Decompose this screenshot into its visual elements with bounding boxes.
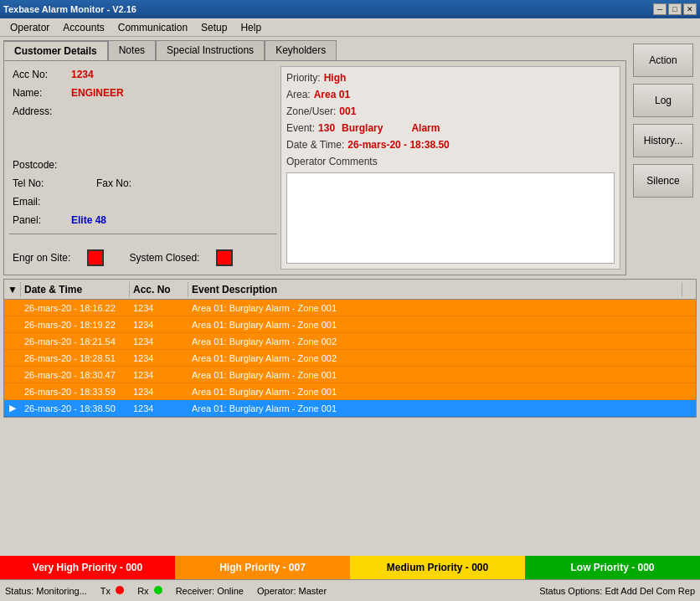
priority-label: Priority:: [286, 72, 321, 84]
close-button[interactable]: ✕: [683, 3, 697, 15]
zone-value: 001: [339, 105, 356, 117]
postcode-label: Postcode:: [13, 159, 71, 171]
spacer-area: [0, 418, 700, 556]
table-row[interactable]: 26-mars-20 - 18:16.22 1234 Area 01: Burg…: [4, 300, 696, 316]
table-row[interactable]: 26-mars-20 - 18:28.51 1234 Area 01: Burg…: [4, 350, 696, 367]
tx-label: Tx: [100, 586, 124, 596]
table-header: ▼ Date & Time Acc. No Event Description: [4, 280, 696, 300]
system-closed-label: System Closed:: [129, 252, 199, 264]
comments-label: Operator Comments: [286, 156, 378, 167]
area-label: Area:: [286, 89, 311, 100]
menu-communication[interactable]: Communication: [111, 20, 194, 34]
app-title: Texbase Alarm Monitor - V2.16: [3, 4, 136, 14]
tx-dot: [116, 586, 124, 594]
rx-label: Rx: [137, 586, 162, 596]
tab-customer-details[interactable]: Customer Details: [3, 40, 108, 60]
zone-label: Zone/User:: [286, 105, 336, 117]
menu-help[interactable]: Help: [234, 20, 268, 34]
silence-button[interactable]: Silence: [633, 164, 693, 198]
system-closed-indicator: [216, 249, 233, 266]
tel-label: Tel No:: [13, 177, 71, 189]
very-high-priority: Very High Priority - 000: [0, 556, 175, 579]
address-label: Address:: [13, 105, 71, 117]
engr-on-site-indicator: [87, 249, 104, 266]
status-monitoring: Status: Monitoring...: [5, 586, 87, 596]
content-panel: Acc No: 1234 Name: ENGINEER Address: Pos…: [3, 60, 626, 275]
rx-dot: [154, 586, 162, 594]
menu-operator[interactable]: Operator: [3, 20, 56, 34]
indicators-row: Engr on Site: System Closed:: [9, 246, 277, 270]
th-accno: Acc. No: [130, 282, 188, 297]
name-label: Name:: [13, 87, 71, 99]
event-alarm: Alarm: [411, 122, 440, 134]
tab-notes[interactable]: Notes: [108, 40, 156, 60]
table-row[interactable]: 26-mars-20 - 18:30.47 1234 Area 01: Burg…: [4, 367, 696, 383]
priority-bar: Very High Priority - 000 High Priority -…: [0, 556, 700, 579]
datetime-value: 26-mars-20 - 18:38.50: [347, 139, 449, 151]
acc-no-value: 1234: [71, 69, 94, 80]
panel-value: Elite 48: [71, 214, 106, 226]
event-number: 130: [318, 122, 335, 134]
event-label: Event:: [286, 122, 315, 134]
event-table-container: ▼ Date & Time Acc. No Event Description …: [3, 279, 697, 418]
menu-bar: Operator Accounts Communication Setup He…: [0, 18, 700, 37]
email-label: Email:: [13, 196, 71, 208]
menu-accounts[interactable]: Accounts: [56, 20, 111, 34]
receiver-status: Receiver: Online: [176, 586, 244, 596]
operator-status: Operator: Master: [257, 586, 327, 596]
table-row[interactable]: 26-mars-20 - 18:19.22 1234 Area 01: Burg…: [4, 316, 696, 333]
access-options: Status Options: Edt Add Del Com Rep: [539, 586, 695, 596]
fax-label: Fax No:: [96, 177, 155, 189]
name-value: ENGINEER: [71, 87, 124, 99]
table-row-selected[interactable]: ▶ 26-mars-20 - 18:38.50 1234 Area 01: Bu…: [4, 400, 696, 417]
acc-no-label: Acc No:: [13, 69, 71, 80]
minimize-button[interactable]: ─: [653, 3, 667, 15]
window-controls: ─ □ ✕: [653, 3, 697, 15]
action-button[interactable]: Action: [633, 44, 693, 77]
tabs-container: Customer Details Notes Special Instructi…: [3, 40, 626, 60]
panel-label: Panel:: [13, 214, 71, 226]
area-value: Area 01: [314, 89, 350, 100]
status-bar: Status: Monitoring... Tx Rx Receiver: On…: [0, 579, 700, 601]
th-datetime: Date & Time: [21, 282, 130, 297]
history-button[interactable]: History...: [633, 124, 693, 157]
th-desc: Event Description: [188, 282, 682, 297]
title-bar: Texbase Alarm Monitor - V2.16 ─ □ ✕: [0, 0, 700, 18]
customer-details-right: Priority: High Area: Area 01 Zone/User: …: [281, 66, 620, 270]
th-arrow: ▼: [4, 282, 21, 297]
customer-details-left: Acc No: 1234 Name: ENGINEER Address: Pos…: [9, 66, 277, 270]
table-row[interactable]: 26-mars-20 - 18:21.54 1234 Area 01: Burg…: [4, 333, 696, 350]
high-priority: High Priority - 007: [175, 556, 350, 579]
low-priority: Low Priority - 000: [525, 556, 700, 579]
comments-box[interactable]: [286, 172, 615, 264]
tab-special-instructions[interactable]: Special Instructions: [156, 40, 265, 60]
medium-priority: Medium Priority - 000: [350, 556, 525, 579]
table-body: 26-mars-20 - 18:16.22 1234 Area 01: Burg…: [4, 300, 696, 417]
tab-keyholders[interactable]: Keyholders: [265, 40, 337, 60]
datetime-label: Date & Time:: [286, 139, 344, 151]
right-panel: Action Log History... Silence: [630, 40, 697, 275]
menu-setup[interactable]: Setup: [194, 20, 234, 34]
log-button[interactable]: Log: [633, 84, 693, 117]
maximize-button[interactable]: □: [668, 3, 682, 15]
table-row[interactable]: 26-mars-20 - 18:33.59 1234 Area 01: Burg…: [4, 383, 696, 400]
engr-on-site-label: Engr on Site:: [13, 252, 70, 264]
event-type: Burglary: [342, 122, 383, 134]
priority-value: High: [324, 72, 347, 84]
